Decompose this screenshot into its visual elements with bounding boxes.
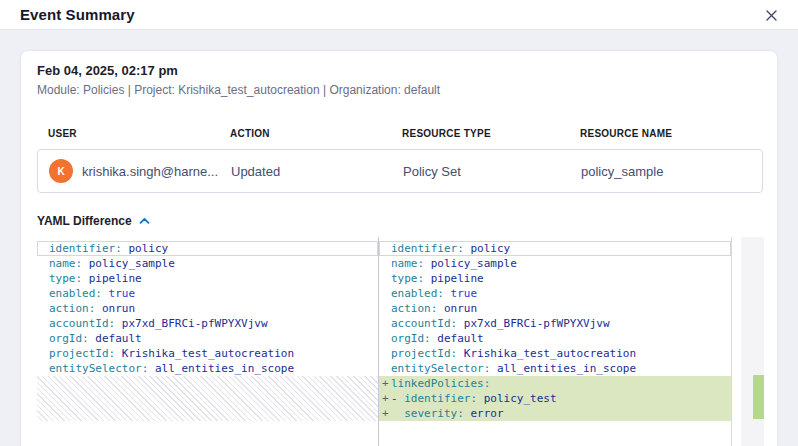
diff-insert-marker: + bbox=[382, 391, 389, 406]
col-resource-type: RESOURCE TYPE bbox=[391, 128, 569, 139]
code-line: action: onrun bbox=[379, 301, 731, 316]
audit-table-header: USER ACTION RESOURCE TYPE RESOURCE NAME bbox=[37, 125, 763, 141]
modal-header: Event Summary bbox=[0, 0, 798, 30]
event-scope-meta: Module: Policies | Project: Krishika_tes… bbox=[37, 83, 440, 97]
col-resource-name: RESOURCE NAME bbox=[569, 128, 763, 139]
code-line: enabled: true bbox=[379, 286, 731, 301]
close-icon[interactable] bbox=[760, 4, 782, 26]
event-summary-modal: Event Summary Feb 04, 2025, 02:17 pm Mod… bbox=[0, 0, 798, 446]
table-row[interactable]: K krishika.singh@harne... Updated Policy… bbox=[37, 149, 763, 193]
yaml-difference-label: YAML Difference bbox=[37, 214, 132, 228]
code-line: orgId: default bbox=[379, 331, 731, 346]
event-card: Feb 04, 2025, 02:17 pm Module: Policies … bbox=[20, 50, 778, 446]
yaml-diff-editor[interactable]: identifier: policyname: policy_sampletyp… bbox=[37, 237, 764, 446]
code-line: action: onrun bbox=[37, 301, 378, 316]
code-line: projectId: Krishika_test_autocreation bbox=[37, 346, 378, 361]
scrollbar-track-edge bbox=[731, 237, 732, 446]
diff-insert-marker: + bbox=[382, 406, 389, 421]
diff-placeholder-hatch bbox=[37, 376, 378, 421]
code-line-added: +linkedPolicies: bbox=[379, 376, 731, 391]
avatar: K bbox=[49, 159, 73, 183]
code-line: accountId: px7xd_BFRCi-pfWPYXVjvw bbox=[37, 316, 378, 331]
diff-insert-marker: + bbox=[382, 376, 389, 391]
cell-action: Updated bbox=[220, 164, 392, 179]
page-title: Event Summary bbox=[20, 0, 135, 30]
code-line: type: pipeline bbox=[37, 271, 378, 286]
code-line: entitySelector: all_entities_in_scope bbox=[37, 361, 378, 376]
col-user: USER bbox=[37, 128, 219, 139]
code-line: accountId: px7xd_BFRCi-pfWPYXVjvw bbox=[379, 316, 731, 331]
code-line-added: +- identifier: policy_test bbox=[379, 391, 731, 406]
minimap[interactable] bbox=[741, 237, 764, 446]
code-line: orgId: default bbox=[37, 331, 378, 346]
minimap-added-marker bbox=[753, 375, 764, 419]
event-timestamp: Feb 04, 2025, 02:17 pm bbox=[37, 63, 178, 78]
code-line: entitySelector: all_entities_in_scope bbox=[379, 361, 731, 376]
cell-resource-name: policy_sample bbox=[570, 164, 762, 179]
code-line: projectId: Krishika_test_autocreation bbox=[379, 346, 731, 361]
cell-resource-type: Policy Set bbox=[392, 164, 570, 179]
code-line: name: policy_sample bbox=[379, 256, 731, 271]
code-line-added: + severity: error bbox=[379, 406, 731, 421]
code-line: type: pipeline bbox=[379, 271, 731, 286]
user-email: krishika.singh@harne... bbox=[82, 164, 218, 179]
diff-pane-modified[interactable]: identifier: policyname: policy_sampletyp… bbox=[379, 237, 731, 446]
yaml-difference-toggle[interactable]: YAML Difference bbox=[37, 214, 150, 228]
code-line: identifier: policy bbox=[379, 241, 731, 256]
code-line: identifier: policy bbox=[37, 241, 378, 256]
cell-user: K krishika.singh@harne... bbox=[38, 159, 220, 183]
chevron-up-icon[interactable] bbox=[139, 217, 150, 225]
code-line: name: policy_sample bbox=[37, 256, 378, 271]
diff-pane-original[interactable]: identifier: policyname: policy_sampletyp… bbox=[37, 237, 378, 446]
col-action: ACTION bbox=[219, 128, 391, 139]
code-line: enabled: true bbox=[37, 286, 378, 301]
